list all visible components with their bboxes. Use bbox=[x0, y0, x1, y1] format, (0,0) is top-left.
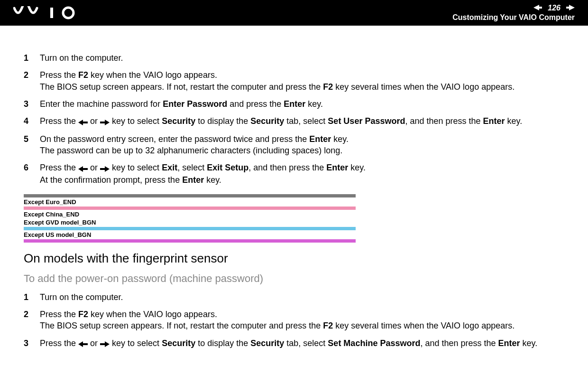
svg-marker-9 bbox=[100, 341, 110, 347]
text: key. bbox=[331, 134, 349, 144]
arrow-left-icon bbox=[78, 116, 88, 127]
step-body: Turn on the computer. bbox=[40, 52, 564, 64]
step-item: 6Press the or key to select Exit, select… bbox=[24, 162, 564, 186]
svg-marker-3 bbox=[566, 5, 575, 10]
text: or bbox=[88, 338, 100, 348]
text: Press the bbox=[40, 338, 78, 348]
bold-text: Security bbox=[250, 338, 284, 348]
svg-marker-5 bbox=[100, 120, 110, 125]
svg-rect-0 bbox=[50, 8, 53, 18]
step-item: 3Enter the machine password for Enter Pa… bbox=[24, 98, 564, 110]
svg-marker-8 bbox=[78, 341, 88, 347]
next-page-arrow[interactable] bbox=[566, 4, 575, 12]
marker-label: Except Euro_END bbox=[24, 198, 356, 206]
step-list-1: 1Turn on the computer.2Press the F2 key … bbox=[24, 52, 564, 186]
step-body: Press the F2 key when the VAIO logo appe… bbox=[40, 69, 564, 93]
marker-bar bbox=[24, 227, 356, 230]
bold-text: Security bbox=[162, 338, 195, 348]
bold-text: F2 bbox=[323, 321, 333, 330]
text: to display the bbox=[195, 338, 250, 348]
marker-group bbox=[24, 239, 356, 243]
bold-text: Enter bbox=[326, 163, 348, 172]
marker-label: Except US model_BGN bbox=[24, 231, 356, 238]
bold-text: Enter bbox=[284, 99, 305, 109]
marker-group: Except China_END bbox=[24, 207, 356, 218]
text: key several times when the VAIO logo app… bbox=[333, 82, 514, 92]
page-nav: 126 bbox=[533, 4, 575, 12]
bold-text: Enter bbox=[483, 116, 505, 126]
step-number: 2 bbox=[24, 69, 40, 81]
marker-label: Except China_END bbox=[24, 211, 356, 218]
text: Enter the machine password for bbox=[40, 99, 163, 109]
bold-text: Exit bbox=[162, 163, 177, 172]
text: key to select bbox=[110, 116, 162, 126]
text: , and then press the bbox=[420, 338, 498, 348]
step-body: Press the or key to select Security to d… bbox=[40, 115, 564, 127]
step-item: 2Press the F2 key when the VAIO logo app… bbox=[24, 69, 564, 93]
text: or bbox=[88, 116, 100, 126]
arrow-right-icon bbox=[100, 116, 110, 127]
step-number: 1 bbox=[24, 52, 40, 64]
page-header: 126 Customizing Your VAIO Computer bbox=[0, 0, 588, 26]
bold-text: Set User Password bbox=[328, 116, 405, 126]
marker-bar bbox=[24, 239, 356, 243]
marker-bar bbox=[24, 194, 356, 197]
bold-text: Enter bbox=[182, 175, 204, 185]
prev-page-arrow[interactable] bbox=[533, 4, 542, 12]
step-number: 5 bbox=[24, 133, 40, 145]
marker-group: Except GVD model_BGN bbox=[24, 219, 356, 226]
text: Press the bbox=[40, 163, 78, 172]
step-number: 1 bbox=[24, 291, 40, 303]
vaio-logo bbox=[13, 6, 80, 19]
text: key when the VAIO logo appears. bbox=[88, 310, 217, 319]
text: key. bbox=[348, 163, 366, 172]
bold-text: Exit Setup bbox=[207, 163, 248, 172]
step-body: On the password entry screen, enter the … bbox=[40, 133, 564, 157]
text: , select bbox=[177, 163, 207, 172]
marker-group: Except Euro_END bbox=[24, 194, 356, 206]
text: to display the bbox=[195, 116, 250, 126]
step-number: 3 bbox=[24, 98, 40, 110]
text: key. bbox=[505, 116, 523, 126]
svg-marker-2 bbox=[533, 5, 542, 10]
text: On the password entry screen, enter the … bbox=[40, 134, 309, 144]
text: key. bbox=[520, 338, 538, 348]
step-number: 4 bbox=[24, 115, 40, 127]
arrow-left-icon bbox=[78, 338, 88, 349]
text: key. bbox=[305, 99, 323, 109]
text: The BIOS setup screen appears. If not, r… bbox=[40, 321, 323, 330]
arrow-right-icon bbox=[100, 338, 110, 349]
step-body: Press the or key to select Security to d… bbox=[40, 338, 564, 349]
page-number: 126 bbox=[548, 4, 560, 12]
svg-marker-4 bbox=[78, 120, 88, 125]
step-item: 5On the password entry screen, enter the… bbox=[24, 133, 564, 157]
text: Press the bbox=[40, 310, 78, 319]
arrow-right-icon bbox=[100, 162, 110, 174]
svg-marker-7 bbox=[100, 166, 110, 172]
bold-text: F2 bbox=[78, 70, 88, 80]
text: The BIOS setup screen appears. If not, r… bbox=[40, 82, 323, 92]
text: Turn on the computer. bbox=[40, 292, 123, 302]
text: key. bbox=[204, 175, 221, 185]
text: key when the VAIO logo appears. bbox=[88, 70, 217, 80]
step-list-2: 1Turn on the computer.2Press the F2 key … bbox=[24, 291, 564, 349]
text: , and then press the bbox=[248, 163, 326, 172]
region-markers: Except Euro_ENDExcept China_ENDExcept GV… bbox=[24, 194, 356, 243]
marker-group: Except US model_BGN bbox=[24, 227, 356, 238]
step-item: 2Press the F2 key when the VAIO logo app… bbox=[24, 309, 564, 332]
text: or bbox=[88, 163, 100, 172]
step-item: 1Turn on the computer. bbox=[24, 52, 564, 64]
text: Turn on the computer. bbox=[40, 53, 123, 63]
text: key to select bbox=[110, 163, 162, 172]
arrow-left-icon bbox=[78, 162, 88, 174]
bold-text: Enter bbox=[309, 134, 331, 144]
bold-text: Enter Password bbox=[163, 99, 227, 109]
bold-text: F2 bbox=[78, 310, 88, 319]
marker-label: Except GVD model_BGN bbox=[24, 219, 356, 226]
step-number: 6 bbox=[24, 162, 40, 173]
step-body: Enter the machine password for Enter Pas… bbox=[40, 98, 564, 110]
step-body: Press the or key to select Exit, select … bbox=[40, 162, 564, 186]
step-number: 3 bbox=[24, 338, 40, 349]
text: tab, select bbox=[284, 338, 328, 348]
step-item: 1Turn on the computer. bbox=[24, 291, 564, 303]
